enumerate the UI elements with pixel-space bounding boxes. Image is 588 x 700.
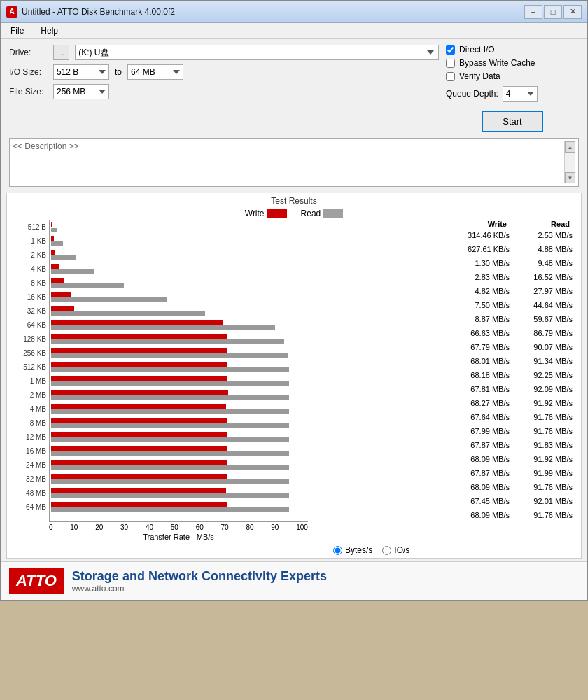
menu-file[interactable]: File bbox=[6, 24, 28, 37]
bar-row-10 bbox=[50, 360, 308, 374]
write-val-15: 67.87 MB/s bbox=[449, 441, 512, 449]
x-label-8: 80 bbox=[246, 524, 253, 531]
io-size-label: I/O Size: bbox=[9, 67, 48, 77]
verify-data-row: Verify Data bbox=[446, 71, 579, 81]
read-bar-14 bbox=[51, 424, 289, 428]
read-bar-17 bbox=[51, 465, 289, 470]
write-bar-7 bbox=[51, 320, 223, 325]
legend-read: Read bbox=[301, 209, 344, 218]
x-axis-section: 0102030405060708090100 Transfer Rate - M… bbox=[7, 522, 581, 542]
bar-label-10: 512 KB bbox=[13, 360, 46, 374]
write-val-0: 314.46 KB/s bbox=[449, 231, 512, 239]
bar-label-17: 24 MB bbox=[13, 458, 46, 472]
bar-label-3: 4 KB bbox=[13, 262, 46, 276]
write-bar-13 bbox=[51, 404, 226, 409]
drive-label: Drive: bbox=[9, 48, 48, 57]
read-val-6: 59.67 MB/s bbox=[512, 315, 575, 323]
data-row-11: 67.81 MB/s92.09 MB/s bbox=[314, 382, 575, 396]
data-row-18: 68.09 MB/s91.76 MB/s bbox=[314, 480, 575, 494]
x-label-4: 40 bbox=[146, 524, 153, 531]
write-bar-10 bbox=[51, 362, 227, 367]
menu-bar: File Help bbox=[1, 23, 587, 39]
drive-select[interactable]: (K:) U盘 bbox=[75, 45, 439, 60]
queue-depth-select[interactable]: 1 2 4 8 16 bbox=[503, 86, 538, 102]
menu-help[interactable]: Help bbox=[36, 24, 62, 37]
legend-read-color bbox=[323, 209, 343, 218]
description-scrollbar: ▲ ▼ bbox=[564, 141, 575, 183]
to-label: to bbox=[115, 67, 122, 77]
direct-io-checkbox[interactable] bbox=[446, 46, 455, 55]
write-val-4: 4.82 MB/s bbox=[449, 287, 512, 295]
read-bar-15 bbox=[51, 438, 289, 442]
scroll-up-arrow[interactable]: ▲ bbox=[565, 141, 575, 153]
write-val-10: 68.18 MB/s bbox=[449, 371, 512, 379]
bytes-per-s-radio[interactable] bbox=[333, 546, 342, 555]
browse-button[interactable]: ... bbox=[53, 45, 69, 60]
io-to-select[interactable]: 64 MB bbox=[127, 64, 183, 80]
chart-title: Test Results bbox=[7, 193, 581, 207]
write-val-3: 2.83 MB/s bbox=[449, 273, 512, 281]
file-size-row: File Size: 256 MB bbox=[9, 84, 439, 99]
file-size-select[interactable]: 256 MB bbox=[53, 84, 109, 99]
bar-label-5: 16 KB bbox=[13, 290, 46, 304]
x-label-0: 0 bbox=[49, 524, 53, 531]
bar-label-2: 2 KB bbox=[13, 248, 46, 262]
scroll-down-arrow[interactable]: ▼ bbox=[565, 172, 575, 183]
read-bar-18 bbox=[51, 479, 289, 484]
read-bar-4 bbox=[51, 284, 124, 288]
bar-label-12: 2 MB bbox=[13, 388, 46, 402]
write-val-1: 627.61 KB/s bbox=[449, 245, 512, 253]
bar-row-19 bbox=[50, 486, 308, 500]
x-label-6: 60 bbox=[196, 524, 204, 531]
bars-area bbox=[49, 220, 308, 522]
direct-io-row: Direct I/O bbox=[446, 45, 579, 55]
title-bar-controls: − □ ✕ bbox=[524, 5, 582, 19]
write-bar-11 bbox=[51, 376, 227, 381]
write-bar-0 bbox=[51, 222, 52, 227]
close-button[interactable]: ✕ bbox=[564, 5, 582, 19]
bypass-write-cache-checkbox[interactable] bbox=[446, 59, 455, 68]
minimize-button[interactable]: − bbox=[524, 5, 542, 19]
verify-data-checkbox[interactable] bbox=[446, 72, 455, 81]
read-val-10: 92.25 MB/s bbox=[512, 371, 575, 379]
data-row-19: 67.45 MB/s92.01 MB/s bbox=[314, 494, 575, 508]
bar-label-6: 32 KB bbox=[13, 304, 46, 318]
maximize-button[interactable]: □ bbox=[544, 5, 562, 19]
io-per-s-radio-item: IO/s bbox=[382, 545, 410, 555]
read-bar-9 bbox=[51, 354, 288, 358]
bar-row-11 bbox=[50, 374, 308, 388]
read-val-14: 91.76 MB/s bbox=[512, 427, 575, 435]
read-val-4: 27.97 MB/s bbox=[512, 287, 575, 295]
chart-legend: Write Read bbox=[7, 207, 581, 220]
data-table-header: Write Read bbox=[314, 220, 575, 228]
write-bar-17 bbox=[51, 460, 227, 465]
read-bar-3 bbox=[51, 270, 94, 274]
read-bar-7 bbox=[51, 326, 275, 330]
read-bar-19 bbox=[51, 493, 289, 498]
title-bar: A Untitled - ATTO Disk Benchmark 4.00.0f… bbox=[1, 1, 587, 23]
bytes-per-s-radio-item: Bytes/s bbox=[333, 545, 372, 555]
data-row-9: 68.01 MB/s91.34 MB/s bbox=[314, 354, 575, 368]
read-val-16: 91.92 MB/s bbox=[512, 455, 575, 463]
bar-label-16: 16 MB bbox=[13, 444, 46, 458]
bar-row-0 bbox=[50, 220, 308, 234]
read-val-15: 91.83 MB/s bbox=[512, 441, 575, 449]
chart-section: Test Results Write Read 512 B1 KB2 KB4 K… bbox=[6, 192, 582, 559]
write-bar-3 bbox=[51, 264, 59, 269]
data-row-16: 68.09 MB/s91.92 MB/s bbox=[314, 452, 575, 466]
bar-label-15: 12 MB bbox=[13, 430, 46, 444]
read-bar-20 bbox=[51, 507, 289, 512]
start-button[interactable]: Start bbox=[482, 111, 542, 132]
data-row-13: 67.64 MB/s91.76 MB/s bbox=[314, 410, 575, 424]
write-val-18: 68.09 MB/s bbox=[449, 483, 512, 491]
io-per-s-label: IO/s bbox=[394, 545, 410, 555]
io-from-select[interactable]: 512 B bbox=[53, 64, 109, 80]
io-per-s-radio[interactable] bbox=[382, 546, 391, 555]
read-val-5: 44.64 MB/s bbox=[512, 301, 575, 309]
write-val-2: 1.30 MB/s bbox=[449, 259, 512, 267]
data-row-5: 7.50 MB/s44.64 MB/s bbox=[314, 298, 575, 312]
read-bar-8 bbox=[51, 340, 284, 344]
data-rows: 314.46 KB/s2.53 MB/s627.61 KB/s4.88 MB/s… bbox=[314, 228, 575, 522]
bar-row-12 bbox=[50, 388, 308, 402]
read-val-13: 91.76 MB/s bbox=[512, 413, 575, 421]
